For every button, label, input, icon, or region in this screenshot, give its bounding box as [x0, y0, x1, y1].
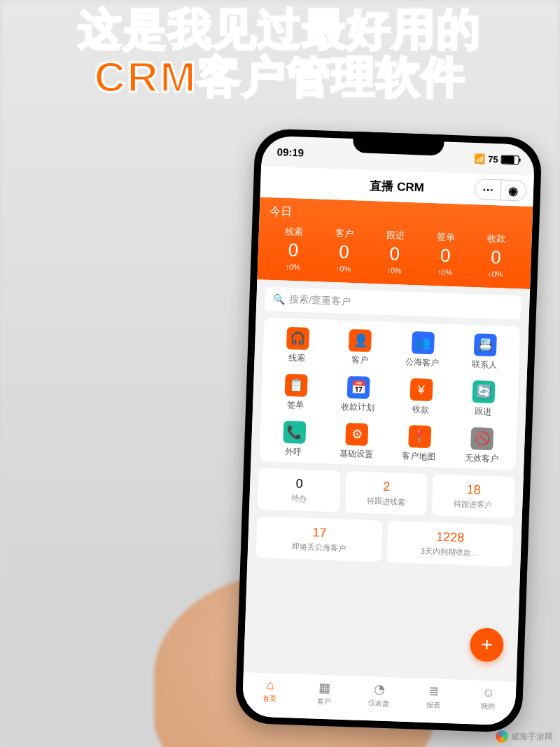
dashboard-card[interactable]: 1228 3天内到期收款… [386, 521, 513, 566]
menu-label: 线索 [288, 352, 306, 365]
overlay-title: 这是我见过最好用的 CRM客户管理软件 [0, 6, 560, 101]
tab-首页[interactable]: ⌂ 首页 [242, 672, 298, 710]
menu-label: 基础设置 [340, 448, 374, 461]
stat-label: 收款 [471, 232, 522, 246]
tab-label: 首页 [262, 694, 276, 704]
dashboard-card[interactable]: 18 待跟进客户 [432, 474, 515, 518]
tab-我的[interactable]: ☺ 我的 [461, 680, 517, 718]
stat-col-1[interactable]: 客户 0 ↑0% [318, 226, 370, 273]
battery-pct: 75 [488, 153, 498, 164]
menu-item-公海客户[interactable]: 👥 公海客户 [391, 330, 454, 370]
menu-icon: 📅 [347, 376, 370, 399]
search-input[interactable]: 🔍 搜索/查重客户 [265, 287, 522, 320]
menu-label: 收款 [412, 403, 430, 416]
menu-item-无效客户[interactable]: 🚫 无效客户 [450, 426, 514, 466]
tab-icon: ◔ [374, 681, 386, 697]
menu-label: 签单 [287, 399, 304, 412]
status-time: 09:19 [277, 146, 304, 158]
search-placeholder: 搜索/查重客户 [289, 293, 351, 308]
card-number: 1228 [391, 528, 509, 547]
card-label: 待跟进线索 [349, 495, 423, 508]
menu-icon: 👥 [412, 331, 435, 354]
today-label: 今日 [269, 204, 523, 228]
tab-icon: ▦ [318, 679, 331, 695]
menu-label: 收款计划 [341, 401, 375, 414]
stat-col-4[interactable]: 收款 0 ↓0% [470, 232, 522, 279]
card-number: 0 [262, 475, 336, 493]
menu-icon: ⚙ [345, 423, 368, 446]
card-label: 即将丢公海客户 [260, 540, 377, 555]
miniapp-close-button[interactable]: ◉ [500, 180, 526, 200]
watermark: 威海手游网 [496, 730, 553, 743]
menu-item-签单[interactable]: 📋 签单 [264, 373, 328, 412]
miniapp-menu-button[interactable]: ⋯ [475, 179, 501, 200]
stat-label: 线索 [269, 225, 320, 239]
menu-item-收款计划[interactable]: 📅 收款计划 [326, 375, 390, 414]
dashboard-card[interactable]: 0 待办 [258, 468, 341, 512]
menu-item-客户地图[interactable]: 📍 客户地图 [387, 424, 451, 463]
menu-item-联系人[interactable]: 📇 联系人 [454, 333, 517, 372]
watermark-text: 威海手游网 [511, 731, 553, 743]
menu-icon: 🚫 [470, 427, 493, 450]
dashboard-card[interactable]: 17 即将丢公海客户 [256, 517, 383, 562]
content-area: 🔍 搜索/查重客户 🎧 线索👤 客户👥 公海客户📇 联系人📋 签单📅 收款计划¥… [244, 279, 530, 680]
menu-item-线索[interactable]: 🎧 线索 [265, 326, 329, 365]
stats-row: 线索 0 ↑0%客户 0 ↑0%跟进 0 ↑0%签单 0 ↑0%收款 0 ↓0% [267, 225, 522, 279]
navbar-title: 直播 CRM [370, 177, 424, 195]
menu-grid: 🎧 线索👤 客户👥 公海客户📇 联系人📋 签单📅 收款计划¥ 收款🔄 跟进📞 外… [259, 318, 520, 470]
stat-label: 客户 [319, 226, 370, 241]
menu-icon: ¥ [410, 378, 433, 401]
stat-value: 0 [318, 240, 370, 264]
card-number: 18 [437, 481, 510, 498]
stat-label: 跟进 [370, 228, 421, 243]
menu-item-收款[interactable]: ¥ 收款 [389, 377, 453, 417]
menu-icon: 📍 [408, 425, 431, 448]
stat-value: 0 [470, 246, 522, 270]
menu-label: 公海客户 [405, 356, 440, 370]
stat-delta: ↑0% [419, 267, 470, 277]
card-number: 2 [350, 478, 424, 496]
tab-仪表盘[interactable]: ◔ 仪表盘 [351, 676, 407, 713]
menu-icon: 📋 [284, 374, 307, 397]
menu-label: 无效客户 [465, 452, 499, 466]
menu-label: 客户 [351, 354, 368, 367]
menu-item-基础设置[interactable]: ⚙ 基础设置 [325, 422, 388, 461]
dashboard-card[interactable]: 2 待跟进线索 [345, 471, 428, 515]
watermark-logo-icon [496, 730, 508, 743]
stat-col-0[interactable]: 线索 0 ↑0% [267, 225, 320, 272]
stat-value: 0 [267, 239, 318, 263]
tab-bar: ⌂ 首页▦ 客户◔ 仪表盘≣ 报表☺ 我的 [242, 671, 517, 726]
tab-label: 仪表盘 [368, 698, 389, 708]
menu-item-跟进[interactable]: 🔄 跟进 [451, 379, 515, 419]
stat-delta: ↑0% [267, 262, 318, 272]
phone-notch [353, 132, 444, 156]
menu-label: 外呼 [285, 446, 302, 459]
card-label: 待办 [262, 492, 335, 505]
menu-label: 客户地图 [402, 450, 436, 463]
menu-icon: 🎧 [286, 327, 309, 350]
signal-icon: 📶 [474, 153, 486, 165]
menu-icon: 🔄 [472, 380, 496, 403]
phone-screen: 09:19 📶 75 直播 CRM ⋯ ◉ 今日 线索 0 ↑0%客户 0 ↑0… [242, 135, 536, 725]
tab-icon: ☺ [482, 685, 495, 701]
card-label: 待跟进客户 [436, 498, 510, 511]
stat-value: 0 [419, 244, 470, 267]
navbar-capsule: ⋯ ◉ [475, 179, 527, 202]
tab-label: 客户 [317, 696, 331, 706]
dashboard-row1: 0 待办2 待跟进线索18 待跟进客户 [258, 468, 515, 519]
tab-报表[interactable]: ≣ 报表 [406, 678, 462, 715]
menu-icon: 👤 [349, 329, 372, 352]
stat-col-2[interactable]: 跟进 0 ↑0% [369, 228, 421, 275]
menu-icon: 📞 [283, 421, 306, 444]
search-icon: 🔍 [273, 293, 286, 305]
menu-item-外呼[interactable]: 📞 外呼 [262, 420, 326, 459]
menu-item-客户[interactable]: 👤 客户 [328, 328, 392, 368]
tab-客户[interactable]: ▦ 客户 [297, 674, 353, 712]
tab-icon: ⌂ [266, 678, 274, 692]
card-number: 17 [261, 524, 379, 543]
menu-label: 联系人 [472, 358, 498, 371]
stat-col-3[interactable]: 签单 0 ↑0% [419, 230, 472, 277]
stat-label: 签单 [421, 230, 472, 244]
stat-delta: ↑0% [318, 263, 369, 274]
battery-icon [500, 155, 519, 165]
